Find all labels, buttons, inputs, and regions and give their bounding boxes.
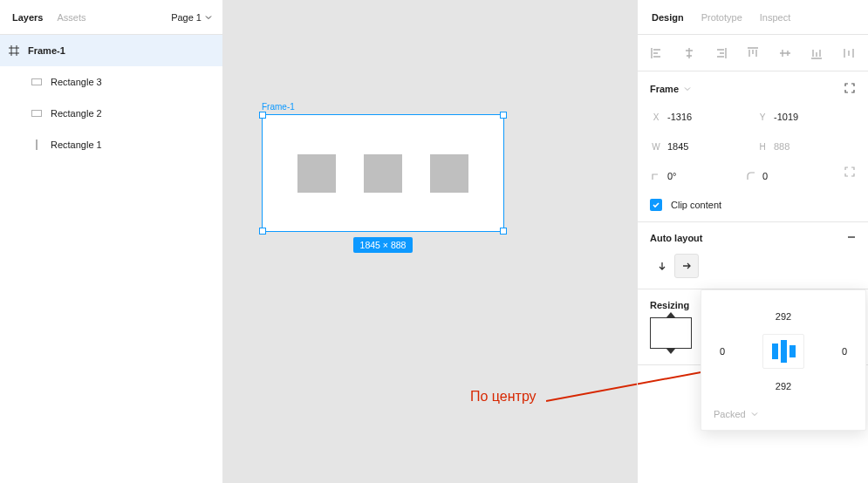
- alignment-bar-icon: [789, 345, 796, 357]
- field-value: 888: [774, 141, 856, 152]
- alignment-bar-icon: [781, 340, 787, 363]
- padding-bottom-value[interactable]: 292: [766, 381, 801, 391]
- left-panel: Layers Assets Page 1 Frame-1 Rectangle 3…: [0, 0, 223, 483]
- align-hcenter-icon[interactable]: [682, 46, 696, 60]
- alignment-bar-icon: [772, 344, 778, 359]
- tab-layers[interactable]: Layers: [5, 0, 50, 35]
- packed-label: Packed: [714, 409, 746, 419]
- remove-auto-layout-icon[interactable]: [847, 233, 856, 243]
- tab-prototype[interactable]: Prototype: [694, 0, 749, 35]
- x-field[interactable]: X -1316: [650, 106, 749, 127]
- field-label: W: [650, 142, 662, 152]
- dimensions-badge: 1845 × 888: [353, 237, 413, 253]
- rectangle-icon: [31, 139, 42, 150]
- section-title: Frame: [650, 84, 679, 94]
- width-field[interactable]: W 1845: [650, 136, 749, 157]
- align-top-icon[interactable]: [746, 46, 760, 60]
- section-title: Auto layout: [650, 233, 703, 243]
- svg-rect-1: [32, 111, 42, 117]
- resize-to-fit-icon[interactable]: [844, 82, 856, 96]
- frame-contents: [263, 115, 503, 231]
- align-vcenter-icon[interactable]: [778, 46, 792, 60]
- annotation-label: По центру: [470, 389, 537, 405]
- rotation-field[interactable]: 0°: [650, 166, 738, 187]
- field-value: 1845: [667, 141, 749, 152]
- canvas-rectangle[interactable]: [364, 154, 402, 193]
- frame-icon: [9, 45, 19, 56]
- field-label: Y: [756, 112, 769, 122]
- left-panel-header: Layers Assets Page 1: [0, 0, 222, 35]
- rotation-icon: [650, 170, 662, 182]
- padding-right-value[interactable]: 0: [827, 346, 862, 357]
- field-value: -1316: [667, 112, 749, 122]
- layer-label: Rectangle 2: [51, 108, 102, 119]
- align-bottom-icon[interactable]: [810, 46, 824, 60]
- field-value: -1019: [774, 112, 856, 122]
- canvas-rectangle[interactable]: [297, 154, 336, 193]
- radius-field[interactable]: 0: [745, 166, 833, 187]
- layer-item[interactable]: Rectangle 3: [0, 66, 222, 98]
- align-right-icon[interactable]: [714, 46, 728, 60]
- clip-content-row[interactable]: Clip content: [650, 199, 856, 211]
- height-field[interactable]: H 888: [756, 136, 856, 157]
- layer-label: Rectangle 1: [51, 139, 102, 150]
- canvas-rectangle[interactable]: [430, 154, 468, 193]
- svg-rect-2: [37, 140, 38, 150]
- independent-corners-icon[interactable]: [844, 166, 856, 178]
- selection-handle[interactable]: [259, 112, 266, 119]
- chevron-down-icon: [751, 411, 758, 418]
- layer-label: Rectangle 3: [51, 77, 102, 87]
- chevron-down-icon[interactable]: [684, 85, 691, 92]
- right-panel-tabs: Design Prototype Inspect: [638, 0, 868, 35]
- selection-handle[interactable]: [500, 112, 507, 119]
- tab-inspect[interactable]: Inspect: [753, 0, 797, 35]
- canvas[interactable]: Frame-1 1845 × 888 По центру: [223, 0, 637, 483]
- direction-buttons: [650, 254, 856, 278]
- y-field[interactable]: Y -1019: [756, 106, 856, 127]
- packed-dropdown[interactable]: Packed: [701, 404, 865, 419]
- rectangle-icon: [31, 108, 42, 119]
- rectangle-icon: [31, 77, 42, 87]
- right-panel: Design Prototype Inspect Frame X -1316: [637, 0, 868, 483]
- padding-left-value[interactable]: 0: [705, 346, 740, 357]
- field-label: X: [650, 112, 662, 122]
- page-label: Page 1: [171, 12, 202, 23]
- layer-item-frame[interactable]: Frame-1: [0, 35, 222, 66]
- layer-item[interactable]: Rectangle 2: [0, 98, 222, 129]
- svg-rect-0: [32, 79, 42, 85]
- dimensions-badge-wrap: 1845 × 888: [262, 232, 504, 253]
- auto-layout-section: Auto layout: [638, 222, 868, 289]
- padding-alignment-popover: 292 0 0 292 Packed: [701, 289, 866, 431]
- checkbox-checked-icon[interactable]: [650, 199, 662, 211]
- canvas-frame[interactable]: [262, 114, 504, 232]
- field-value: 0: [762, 171, 833, 181]
- canvas-frame-label[interactable]: Frame-1: [262, 102, 295, 112]
- alignment-center-button[interactable]: [762, 334, 804, 369]
- direction-vertical-button[interactable]: [650, 254, 674, 278]
- tab-assets[interactable]: Assets: [50, 0, 92, 35]
- alignment-row: [638, 35, 868, 71]
- section-title: Resizing: [650, 300, 689, 310]
- layer-item[interactable]: Rectangle 1: [0, 129, 222, 160]
- field-value: 0°: [667, 171, 738, 181]
- clip-content-label: Clip content: [671, 200, 721, 210]
- resizing-widget[interactable]: [650, 317, 692, 349]
- layer-label: Frame-1: [28, 45, 65, 56]
- radius-icon: [745, 170, 757, 182]
- field-label: H: [756, 142, 769, 152]
- distribute-icon[interactable]: [842, 46, 856, 60]
- frame-section: Frame X -1316 Y -1019 W 1845 H: [638, 71, 868, 222]
- chevron-down-icon: [205, 14, 212, 21]
- align-left-icon[interactable]: [650, 46, 664, 60]
- page-switcher[interactable]: Page 1: [171, 12, 215, 23]
- direction-horizontal-button[interactable]: [674, 254, 699, 278]
- padding-top-value[interactable]: 292: [766, 311, 801, 322]
- tab-design[interactable]: Design: [645, 0, 691, 35]
